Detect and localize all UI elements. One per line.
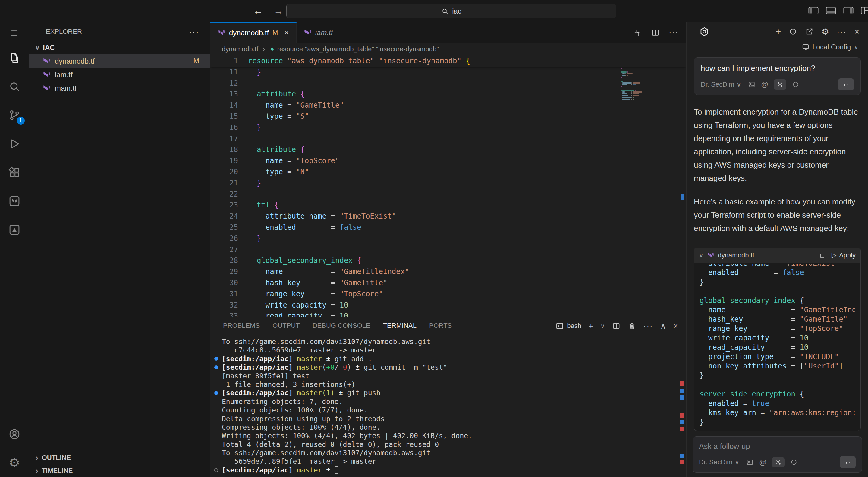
- line-content: }: [238, 122, 261, 133]
- panel-tab-output[interactable]: OUTPUT: [273, 318, 300, 334]
- status-circle-icon[interactable]: [790, 458, 798, 466]
- editor-more-actions-icon[interactable]: ···: [669, 28, 678, 37]
- source-control-icon[interactable]: 1: [0, 101, 29, 129]
- token: =: [283, 112, 296, 121]
- menu-icon[interactable]: ≡: [0, 22, 29, 43]
- panel-tab-terminal[interactable]: TERMINAL: [383, 318, 416, 334]
- tab-dynamodb.tf[interactable]: dynamodb.tfM×: [210, 22, 297, 42]
- forward-button[interactable]: →: [273, 4, 284, 18]
- terminal-text: [secdim:/app/iac] master ±: [222, 466, 338, 474]
- file-item-iam.tf[interactable]: iam.tf: [29, 68, 210, 81]
- image-icon[interactable]: [748, 81, 755, 88]
- tools-chip[interactable]: [772, 457, 784, 467]
- command-decoration-gutter: [210, 466, 222, 474]
- explorer-more-actions-icon[interactable]: ···: [189, 27, 199, 36]
- panel-tab-ports[interactable]: PORTS: [429, 318, 452, 334]
- folder-name: IAC: [43, 44, 55, 52]
- run-debug-icon[interactable]: [0, 129, 29, 158]
- extensions-icon[interactable]: [0, 158, 29, 187]
- file-item-dynamodb.tf[interactable]: dynamodb.tfM: [29, 54, 210, 68]
- mention-icon[interactable]: @: [761, 80, 768, 89]
- collapse-code-icon[interactable]: ∨: [699, 252, 704, 259]
- close-chat-icon[interactable]: ×: [854, 27, 860, 37]
- terminal-shell-selector[interactable]: bash: [555, 322, 581, 330]
- image-icon[interactable]: [746, 458, 754, 466]
- line-number: 13: [210, 89, 238, 100]
- send-icon[interactable]: [840, 456, 856, 468]
- token: attribute: [257, 145, 296, 154]
- new-terminal-icon[interactable]: +: [589, 321, 593, 331]
- token: [700, 264, 708, 267]
- terminal-line: c7c44c8..5659de7 master -> master: [210, 346, 676, 354]
- terminal-dropdown-icon[interactable]: ∨: [600, 322, 605, 330]
- toggle-primary-sidebar-icon[interactable]: [808, 7, 818, 14]
- mention-icon[interactable]: @: [759, 458, 767, 467]
- command-center-search[interactable]: iac: [286, 4, 616, 19]
- send-icon[interactable]: [838, 79, 854, 90]
- toggle-secondary-sidebar-icon[interactable]: [843, 7, 854, 14]
- tab-iam.tf[interactable]: iam.tf: [297, 22, 341, 42]
- open-in-editor-icon[interactable]: [805, 27, 813, 36]
- terminal-text: c7c44c8..5659de7 master -> master: [222, 346, 376, 354]
- line-number: 21: [210, 178, 238, 189]
- timeline-section[interactable]: › TIMELINE: [29, 464, 210, 477]
- close-panel-icon[interactable]: ×: [673, 321, 678, 331]
- token: [248, 290, 266, 298]
- panel-more-actions-icon[interactable]: ···: [644, 321, 653, 331]
- terminal-output[interactable]: To ssh://game.secdim.com/davi3107/dynamo…: [210, 334, 676, 477]
- panel-tab-debug-console[interactable]: DEBUG CONSOLE: [313, 318, 370, 334]
- tools-chip[interactable]: [774, 79, 786, 90]
- settings-gear-icon[interactable]: ⚙: [0, 448, 29, 477]
- secdim-extension-icon[interactable]: [0, 215, 29, 244]
- code-editor[interactable]: 1resource "aws_dynamodb_table" "insecure…: [210, 56, 686, 317]
- code-line: 14 name = "GameTitle": [210, 100, 686, 111]
- token: =: [283, 168, 296, 176]
- copy-icon[interactable]: [818, 252, 826, 259]
- command-pending-icon[interactable]: [214, 468, 218, 472]
- new-chat-icon[interactable]: +: [776, 27, 781, 37]
- local-config-selector[interactable]: Local Config ∨: [687, 41, 868, 53]
- close-icon[interactable]: ×: [284, 28, 289, 38]
- outline-section[interactable]: › OUTLINE: [29, 451, 210, 464]
- breadcrumb-item[interactable]: resource "aws_dynamodb_table" "insecure-…: [270, 45, 439, 53]
- line-number: 14: [210, 100, 238, 111]
- search-view-icon[interactable]: [0, 72, 29, 101]
- explorer-icon[interactable]: [0, 43, 29, 72]
- token: "GameTitleIndex": [339, 267, 409, 276]
- account-icon[interactable]: [0, 420, 29, 448]
- minimap-bar: [621, 86, 622, 87]
- command-decoration-icon[interactable]: [214, 357, 218, 361]
- token: [283, 57, 287, 65]
- terraform-file-icon: [218, 29, 225, 37]
- token: [248, 156, 266, 165]
- chat-more-actions-icon[interactable]: ···: [837, 27, 846, 36]
- code-line: 17: [210, 133, 686, 144]
- chat-input[interactable]: Ask a follow-up: [699, 442, 856, 451]
- maximize-panel-icon[interactable]: ∧: [660, 321, 666, 331]
- back-button[interactable]: ←: [252, 4, 264, 18]
- token: 10: [800, 343, 808, 352]
- panel-tab-problems[interactable]: PROBLEMS: [223, 318, 260, 334]
- chat-conversation[interactable]: how can I implement encryption? Dr. SecD…: [687, 53, 868, 433]
- chat-settings-gear-icon[interactable]: ⚙: [821, 27, 829, 37]
- command-decoration-icon[interactable]: [214, 365, 218, 369]
- file-item-main.tf[interactable]: main.tf: [29, 81, 210, 95]
- split-editor-icon[interactable]: [651, 28, 660, 37]
- customize-layout-icon[interactable]: [861, 7, 868, 14]
- token: enabled: [266, 223, 296, 232]
- breadcrumb-item[interactable]: dynamodb.tf: [222, 45, 258, 53]
- folder-row-iac[interactable]: ∨ IAC: [29, 41, 210, 54]
- status-circle-icon[interactable]: [792, 81, 800, 88]
- split-terminal-icon[interactable]: [612, 322, 621, 330]
- command-decoration-icon[interactable]: [214, 391, 218, 395]
- chat-input-card[interactable]: Ask a follow-up Dr. SecDim ∨ @: [692, 436, 862, 473]
- input-model-selector[interactable]: Dr. SecDim ∨: [699, 458, 739, 466]
- toggle-panel-icon[interactable]: [826, 7, 836, 14]
- open-changes-icon[interactable]: [632, 28, 642, 37]
- terraform-extension-icon[interactable]: [0, 187, 29, 215]
- kill-terminal-trash-icon[interactable]: [628, 322, 636, 330]
- apply-button[interactable]: ▷ Apply: [832, 251, 856, 259]
- model-selector[interactable]: Dr. SecDim ∨: [701, 81, 741, 88]
- history-icon[interactable]: [789, 27, 797, 36]
- token: false: [339, 223, 361, 232]
